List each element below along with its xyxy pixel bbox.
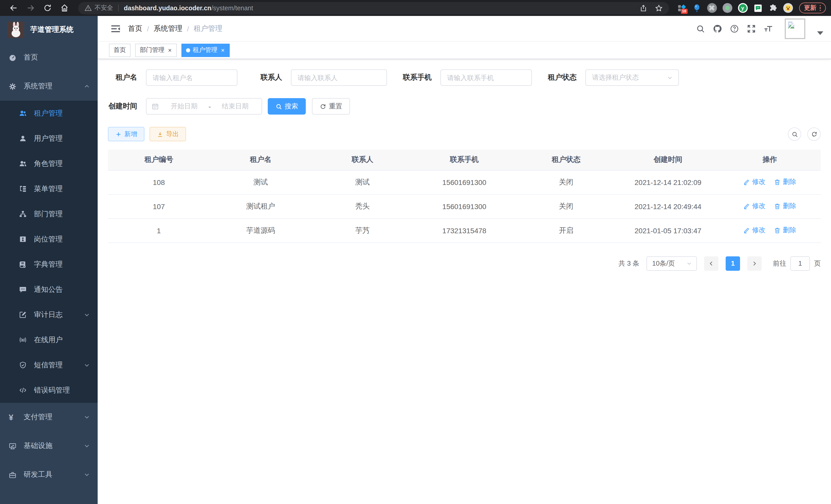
url-bar[interactable]: 不安全 dashboard.yudao.iocoder.cn/system/te… — [78, 2, 669, 14]
breadcrumb-item[interactable]: 首页 — [128, 24, 142, 33]
trash-icon — [774, 203, 781, 210]
sidebar-item-system[interactable]: 系统管理 — [0, 72, 98, 101]
cell-tenant-name: 测试租户 — [210, 194, 311, 218]
profile-avatar-icon[interactable] — [783, 3, 793, 13]
sidebar-item-label: 短信管理 — [34, 360, 84, 369]
sidebar-item-menu[interactable]: 菜单管理 — [0, 176, 98, 201]
prev-page-button[interactable] — [704, 256, 718, 270]
breadcrumb-item[interactable]: 系统管理 — [154, 24, 182, 33]
breadcrumb: 首页/系统管理/租户管理 — [128, 24, 223, 33]
sidebar-item-label: 研发工具 — [24, 470, 84, 479]
extension-balloon-icon[interactable] — [692, 3, 701, 12]
extensions-puzzle-icon[interactable] — [768, 3, 777, 12]
font-size-icon[interactable] — [764, 24, 773, 33]
edit-button[interactable]: 修改 — [743, 178, 766, 187]
sidebar-item-sms[interactable]: 短信管理 — [0, 352, 98, 378]
add-button[interactable]: 新增 — [108, 127, 144, 141]
sidebar-item-online-user[interactable]: 在线用户 — [0, 327, 98, 352]
reload-icon[interactable] — [43, 4, 52, 12]
delete-button[interactable]: 删除 — [774, 226, 796, 235]
refresh-table-button[interactable] — [807, 127, 821, 141]
logo[interactable]: 芋道管理系统 — [0, 16, 98, 43]
column-header: 联系手机 — [413, 149, 515, 170]
help-icon[interactable] — [730, 24, 739, 33]
extension-command-icon[interactable]: ⌘ — [707, 3, 717, 13]
close-icon[interactable]: × — [221, 47, 225, 53]
next-page-button[interactable] — [747, 256, 762, 270]
security-label[interactable]: 不安全 — [94, 4, 113, 12]
date-range-separator: - — [206, 102, 214, 110]
sidebar-item-infra[interactable]: 基础设施 — [0, 432, 98, 460]
total-count: 共 3 条 — [619, 259, 639, 268]
home-icon[interactable] — [60, 4, 69, 12]
breadcrumb-separator: / — [147, 24, 149, 33]
fullscreen-icon[interactable] — [747, 24, 756, 33]
sidebar-item-label: 错误码管理 — [34, 386, 90, 395]
browser-menu-icon[interactable] — [820, 5, 821, 11]
tag-label: 部门管理 — [140, 46, 165, 55]
contact-input[interactable] — [291, 69, 387, 86]
users-icon — [19, 110, 27, 117]
avatar-caret-icon[interactable] — [817, 31, 823, 35]
sidebar-item-error-code[interactable]: 错误码管理 — [0, 378, 98, 403]
hamburger-icon[interactable] — [111, 23, 121, 34]
app: 不安全 dashboard.yudao.iocoder.cn/system/te… — [0, 0, 831, 504]
sidebar-item-pay[interactable]: ¥ 支付管理 — [0, 403, 98, 432]
tag-dept[interactable]: 部门管理 × — [135, 43, 177, 57]
export-button[interactable]: 导出 — [149, 127, 186, 141]
sidebar-item-user[interactable]: 用户管理 — [0, 126, 98, 151]
navbar-actions — [696, 18, 823, 39]
sidebar-item-notice[interactable]: 通知公告 — [0, 277, 98, 302]
page-number-1[interactable]: 1 — [726, 256, 740, 270]
sidebar-item-audit-log[interactable]: 审计日志 — [0, 302, 98, 327]
delete-button[interactable]: 删除 — [774, 202, 796, 211]
pagination: 共 3 条 10条/页 1 前往 — [108, 256, 821, 270]
sidebar-item-dict[interactable]: 字典管理 — [0, 252, 98, 277]
extension-chat-icon[interactable] — [753, 3, 763, 12]
forward-icon[interactable] — [26, 4, 35, 12]
extension-diamond-icon[interactable]: 10 — [677, 3, 686, 12]
search-button[interactable]: 搜索 — [268, 98, 306, 115]
sidebar-item-role[interactable]: 角色管理 — [0, 151, 98, 176]
cell-actions: 修改 删除 — [719, 170, 821, 194]
sidebar-item-dev-tool[interactable]: 研发工具 — [0, 460, 98, 489]
tag-tenant[interactable]: 租户管理 × — [181, 43, 230, 57]
browser-update-button[interactable]: 更新 — [799, 3, 826, 13]
page-size-select[interactable]: 10条/页 — [647, 256, 697, 270]
edit-button[interactable]: 修改 — [743, 226, 766, 235]
user-avatar[interactable] — [785, 18, 805, 39]
reset-button[interactable]: 重置 — [312, 98, 350, 115]
bookmark-star-icon[interactable] — [655, 4, 663, 12]
edit-button[interactable]: 修改 — [743, 202, 766, 211]
show-search-button[interactable] — [788, 127, 801, 141]
tag-home[interactable]: 首页 — [109, 43, 131, 57]
extension-y-icon[interactable]: y — [738, 3, 747, 13]
sidebar-item-dept[interactable]: 部门管理 — [0, 201, 98, 227]
goto-page-input[interactable] — [791, 256, 810, 270]
not-secure-warning-icon[interactable] — [84, 4, 92, 12]
mobile-input[interactable] — [440, 69, 532, 86]
sidebar-item-post[interactable]: 岗位管理 — [0, 227, 98, 252]
sidebar-item-label: 菜单管理 — [34, 184, 90, 194]
cell-created-at: 2021-12-14 20:49:44 — [617, 194, 719, 218]
sidebar-item-home[interactable]: 首页 — [0, 43, 98, 72]
create-time-range-picker[interactable]: 开始日期 - 结束日期 — [146, 98, 262, 115]
sidebar-item-tenant[interactable]: 租户管理 — [0, 101, 98, 126]
column-header: 租户名 — [210, 149, 311, 170]
extension-dot-icon[interactable] — [722, 3, 732, 13]
table-toolbar: 新增 导出 — [108, 127, 821, 141]
delete-button[interactable]: 删除 — [774, 178, 796, 187]
github-icon[interactable] — [713, 24, 722, 33]
tag-label: 租户管理 — [193, 46, 218, 55]
tenant-name-input[interactable] — [146, 69, 237, 86]
back-icon[interactable] — [9, 4, 18, 12]
close-icon[interactable]: × — [168, 47, 172, 53]
table-tools — [788, 127, 821, 141]
search-icon[interactable] — [696, 24, 705, 33]
share-icon[interactable] — [639, 4, 647, 12]
tags-view: 首页 部门管理 × 租户管理 × — [98, 41, 831, 59]
sidebar-item-label: 部门管理 — [34, 209, 90, 218]
status-select[interactable]: 请选择租户状态 — [585, 69, 679, 86]
breadcrumb-item: 租户管理 — [194, 24, 223, 33]
refresh-icon — [320, 103, 326, 110]
